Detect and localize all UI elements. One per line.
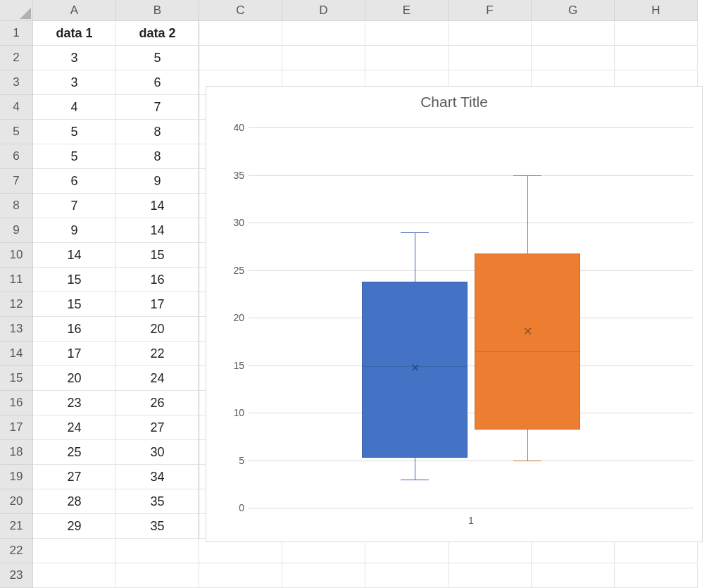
cell-B20[interactable]: 35	[116, 489, 199, 514]
cell-B3[interactable]: 6	[116, 70, 199, 95]
cell-B17[interactable]: 27	[116, 415, 199, 440]
row-header-7[interactable]: 7	[0, 169, 33, 194]
row-header-18[interactable]: 18	[0, 440, 33, 465]
cell-A3[interactable]: 3	[33, 70, 116, 95]
column-header-D[interactable]: D	[282, 0, 365, 21]
select-all-corner[interactable]	[0, 0, 33, 21]
cell-C23[interactable]	[199, 563, 282, 588]
cell-H22[interactable]	[615, 539, 698, 563]
cell-A7[interactable]: 6	[33, 169, 116, 194]
row-header-4[interactable]: 4	[0, 95, 33, 120]
cell-A1[interactable]: data 1	[33, 21, 116, 46]
cell-B21[interactable]: 35	[116, 514, 199, 539]
column-header-C[interactable]: C	[199, 0, 282, 21]
row-header-11[interactable]: 11	[0, 268, 33, 292]
cell-A5[interactable]: 5	[33, 120, 116, 144]
cell-B13[interactable]: 20	[116, 317, 199, 342]
cell-B6[interactable]: 8	[116, 144, 199, 169]
column-header-H[interactable]: H	[615, 0, 698, 21]
column-header-F[interactable]: F	[449, 0, 532, 21]
cell-C1[interactable]	[199, 21, 282, 46]
row-header-2[interactable]: 2	[0, 46, 33, 70]
cell-G23[interactable]	[532, 563, 615, 588]
column-header-E[interactable]: E	[365, 0, 449, 21]
cell-B9[interactable]: 14	[116, 218, 199, 243]
cell-B18[interactable]: 30	[116, 440, 199, 465]
cell-A16[interactable]: 23	[33, 391, 116, 415]
row-header-16[interactable]: 16	[0, 391, 33, 415]
cell-A22[interactable]	[33, 539, 116, 563]
cell-B22[interactable]	[116, 539, 199, 563]
row-header-21[interactable]: 21	[0, 514, 33, 539]
cell-G2[interactable]	[532, 46, 615, 70]
column-header-B[interactable]: B	[116, 0, 199, 21]
cell-B8[interactable]: 14	[116, 194, 199, 218]
spreadsheet-grid[interactable]: ABCDEFGH12345678910111213141516171819202…	[0, 0, 721, 588]
cell-D1[interactable]	[282, 21, 365, 46]
cell-A2[interactable]: 3	[33, 46, 116, 70]
cell-F22[interactable]	[449, 539, 532, 563]
cell-A18[interactable]: 25	[33, 440, 116, 465]
cell-A4[interactable]: 4	[33, 95, 116, 120]
cell-E1[interactable]	[365, 21, 449, 46]
row-header-5[interactable]: 5	[0, 120, 33, 144]
cell-D2[interactable]	[282, 46, 365, 70]
row-header-17[interactable]: 17	[0, 415, 33, 440]
cell-D23[interactable]	[282, 563, 365, 588]
row-header-13[interactable]: 13	[0, 317, 33, 342]
cell-C22[interactable]	[199, 539, 282, 563]
cell-F23[interactable]	[449, 563, 532, 588]
chart-container[interactable]: Chart Title05101520253035401✕✕	[206, 86, 703, 542]
cell-E22[interactable]	[365, 539, 449, 563]
column-header-G[interactable]: G	[532, 0, 615, 21]
cell-A11[interactable]: 15	[33, 268, 116, 292]
cell-E23[interactable]	[365, 563, 449, 588]
row-header-15[interactable]: 15	[0, 366, 33, 391]
cell-A15[interactable]: 20	[33, 366, 116, 391]
row-header-9[interactable]: 9	[0, 218, 33, 243]
column-header-A[interactable]: A	[33, 0, 116, 21]
cell-D22[interactable]	[282, 539, 365, 563]
cell-A19[interactable]: 27	[33, 465, 116, 489]
cell-B10[interactable]: 15	[116, 243, 199, 268]
cell-B14[interactable]: 22	[116, 342, 199, 366]
cell-B7[interactable]: 9	[116, 169, 199, 194]
cell-F1[interactable]	[449, 21, 532, 46]
cell-A10[interactable]: 14	[33, 243, 116, 268]
cell-A9[interactable]: 9	[33, 218, 116, 243]
row-header-23[interactable]: 23	[0, 563, 33, 588]
row-header-12[interactable]: 12	[0, 292, 33, 317]
cell-B19[interactable]: 34	[116, 465, 199, 489]
cell-A17[interactable]: 24	[33, 415, 116, 440]
cell-H23[interactable]	[615, 563, 698, 588]
cell-A8[interactable]: 7	[33, 194, 116, 218]
cell-A14[interactable]: 17	[33, 342, 116, 366]
row-header-1[interactable]: 1	[0, 21, 33, 46]
row-header-14[interactable]: 14	[0, 342, 33, 366]
cell-B12[interactable]: 17	[116, 292, 199, 317]
cell-B2[interactable]: 5	[116, 46, 199, 70]
cell-B4[interactable]: 7	[116, 95, 199, 120]
cell-A21[interactable]: 29	[33, 514, 116, 539]
cell-E2[interactable]	[365, 46, 449, 70]
cell-G1[interactable]	[532, 21, 615, 46]
row-header-20[interactable]: 20	[0, 489, 33, 514]
cell-A13[interactable]: 16	[33, 317, 116, 342]
row-header-8[interactable]: 8	[0, 194, 33, 218]
cell-H2[interactable]	[615, 46, 698, 70]
cell-A20[interactable]: 28	[33, 489, 116, 514]
cell-B11[interactable]: 16	[116, 268, 199, 292]
row-header-6[interactable]: 6	[0, 144, 33, 169]
cell-A23[interactable]	[33, 563, 116, 588]
cell-B1[interactable]: data 2	[116, 21, 199, 46]
cell-A6[interactable]: 5	[33, 144, 116, 169]
row-header-19[interactable]: 19	[0, 465, 33, 489]
row-header-10[interactable]: 10	[0, 243, 33, 268]
cell-B15[interactable]: 24	[116, 366, 199, 391]
cell-C2[interactable]	[199, 46, 282, 70]
cell-B23[interactable]	[116, 563, 199, 588]
cell-F2[interactable]	[449, 46, 532, 70]
row-header-22[interactable]: 22	[0, 539, 33, 563]
cell-H1[interactable]	[615, 21, 698, 46]
cell-B5[interactable]: 8	[116, 120, 199, 144]
